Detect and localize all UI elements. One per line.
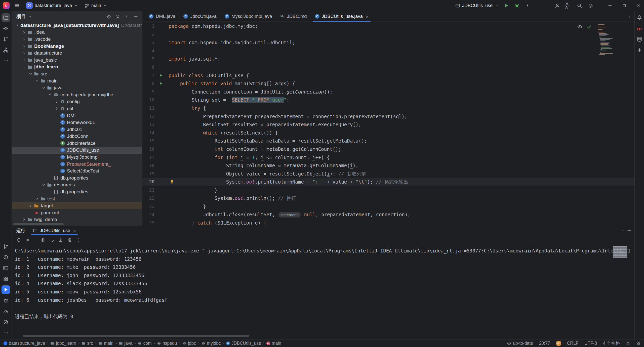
line-number[interactable]: 25 [142,219,156,226]
code-line-11[interactable]: 11 try { [142,104,634,112]
tree-item-jdbcutils-use[interactable]: CJDBCUtils_use [12,147,142,154]
line-number[interactable]: 2 [142,30,156,39]
tree-item-mysqljdbcimpl[interactable]: CMysqlJdbcImpl [12,154,142,161]
line-number[interactable]: 20 [142,178,156,186]
breadcrumb-datastructure-java[interactable]: datastructure_java [4,341,45,346]
tree-item-preparedstatement[interactable]: CPreparedStatement_ [12,161,142,168]
pull-requests-tool-button[interactable] [2,35,10,44]
tree-item-jdbcinterface[interactable]: IJdbcInterface [12,140,142,147]
editor-body[interactable]: 1package com.hspedu.jdbc.myjdbc;23import… [142,22,634,226]
chevron-down-icon[interactable] [28,15,32,19]
line-number[interactable]: 17 [142,153,156,162]
close-button[interactable] [632,0,644,11]
version-control-tool-button[interactable] [2,242,10,251]
breadcrumb-main[interactable]: main [98,341,113,346]
chevron-right-icon[interactable] [54,106,60,111]
main-menu-button[interactable] [12,1,22,10]
code-line-20[interactable]: 20 System.out.print(columnName + ": " + … [142,178,634,186]
status-corner-widget[interactable] [636,341,640,345]
code-line-3[interactable]: 3import com.hspedu.jdbc.myjdbc.util.Jdbc… [142,38,634,47]
database-tool-button[interactable] [635,35,644,44]
project-panel-hscrollbar[interactable] [13,223,64,225]
tree-item-lwjg-demo[interactable]: lwjg_demo [12,216,142,223]
line-number[interactable]: 24 [142,211,156,219]
code-line-5[interactable]: 5import java.sql.*; [142,55,634,63]
chevron-down-icon[interactable] [21,65,27,69]
run-tab-jdbcutils-use[interactable]: JDBCUtils_use × [30,226,79,235]
more-tool-windows-tool-button[interactable] [2,57,10,65]
run-line-icon[interactable] [156,81,166,85]
ai-assistant-tool-button[interactable] [635,46,644,54]
collapse-all-button[interactable] [114,13,121,20]
code-line-14[interactable]: 14 while (resultSet.next()) { [142,129,634,137]
line-number[interactable]: 9 [142,88,156,96]
run-tab-close-icon[interactable]: × [73,228,76,233]
tab-jdbc-md[interactable]: M↓JDBC.md [276,11,311,21]
tree-item-vscode[interactable]: .vscode [12,36,142,43]
console-settings-button[interactable] [39,236,46,244]
tab-mysqljdbcimpl-java[interactable]: CMysqlJdbcImpl.java [221,11,276,21]
tree-item-db-properties[interactable]: db.properties [12,188,142,195]
code-line-19[interactable]: 19 Object value = resultSet.getObject(i)… [142,170,634,178]
tree-item-datastructure-java-datastructurewithjava[interactable]: datastructure_java [datastructureWithJav… [12,22,142,29]
run-config-widget[interactable]: JDBCUtils_use [453,2,501,9]
line-number[interactable]: 8 [142,79,156,88]
tree-item-util[interactable]: util [12,105,142,112]
code-line-16[interactable]: 16 int columnCount = metaData.getColumnC… [142,145,634,153]
intention-bulb-icon[interactable] [170,179,174,184]
code-line-22[interactable]: 22 System.out.println(); // 换行 [142,194,634,202]
code-line-2[interactable]: 2 [142,30,634,39]
code-line-18[interactable]: 18 String columnName = metaData.getColum… [142,161,634,170]
chevron-down-icon[interactable] [14,23,20,28]
tree-item-test[interactable]: test [12,195,142,202]
run-button[interactable] [502,1,511,10]
line-separator-widget[interactable]: CRLF [567,341,579,346]
chevron-right-icon[interactable] [21,44,27,49]
tree-item-target[interactable]: target [12,202,142,209]
chevron-right-icon[interactable] [21,30,27,34]
hide-panel-button[interactable] [132,13,139,20]
project-widget[interactable]: DJ datastructure_java [24,1,80,10]
tree-item-resources[interactable]: resources [12,182,142,189]
tab-options-icon[interactable] [627,14,631,19]
line-number[interactable]: 12 [142,112,156,121]
line-number[interactable]: 21 [142,186,156,194]
code-line-4[interactable]: 4 [142,47,634,55]
breadcrumb-src[interactable]: src [82,341,93,346]
translate-button[interactable]: 文A [564,1,573,10]
encoding-widget[interactable]: UTF-8 [584,341,597,346]
locate-file-button[interactable] [105,13,112,20]
code-line-13[interactable]: 13 ResultSet resultSet = preparedStateme… [142,120,634,129]
breadcrumb-java[interactable]: java [119,341,132,346]
breadcrumb-myjdbc[interactable]: myjdbc [201,341,221,346]
tree-item-homework01[interactable]: CHomework01 [12,119,142,126]
line-number[interactable]: 16 [142,145,156,153]
scroll-to-end-button[interactable] [57,236,64,244]
run-console[interactable]: C:\Users\meowrain\scoop\apps\corretto17-… [12,245,634,339]
tree-item-dml[interactable]: CDML [12,112,142,119]
project-folder-tool-button[interactable] [2,13,10,22]
search-everywhere-button[interactable] [575,1,584,10]
tab-dml-java[interactable]: CDML.java [145,11,179,21]
line-number[interactable]: 11 [142,104,156,112]
chevron-right-icon[interactable] [34,197,40,201]
line-number[interactable]: 19 [142,170,156,178]
debug-tool-button[interactable] [2,296,10,305]
tree-item-idea[interactable]: .idea [12,29,142,36]
debug-button[interactable] [512,1,522,10]
tab-jdbcutils-use-java[interactable]: CJDBCUtils_use.java× [311,11,373,21]
caret-position-widget[interactable]: 20:77 [539,341,550,346]
maximize-button[interactable] [618,0,630,11]
run-tool-button[interactable] [2,285,10,294]
tree-item-config[interactable]: config [12,98,142,105]
breadcrumb-hspedu[interactable]: hspedu [157,341,177,346]
notifications-tool-button[interactable] [635,13,644,22]
line-number[interactable]: 14 [142,129,156,137]
line-number[interactable]: 7 [142,71,156,80]
line-number[interactable]: 22 [142,194,156,202]
run-line-icon[interactable] [156,73,166,77]
more-bottom-tool-button[interactable] [2,329,10,337]
stop-button[interactable] [24,236,31,244]
tree-item-bookmanage[interactable]: BookManage [12,43,142,50]
breadcrumb-jdbc[interactable]: jdbc [182,341,196,346]
